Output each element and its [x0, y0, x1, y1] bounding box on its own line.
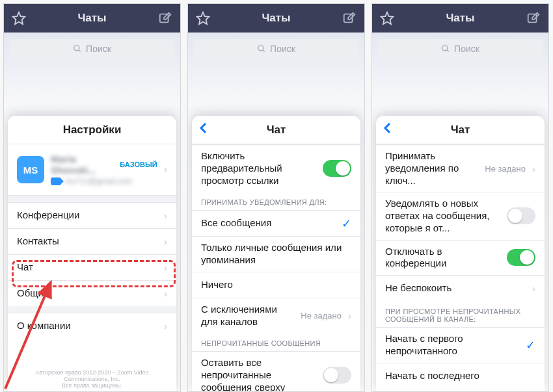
svg-marker-5 [197, 12, 209, 24]
svg-point-7 [258, 46, 263, 51]
chevron-right-icon: › [164, 288, 167, 299]
topbar-title: Чаты [26, 12, 158, 25]
search-placeholder: Поиск [454, 44, 479, 54]
settings-item-chat[interactable]: Чат› [8, 254, 176, 280]
search-input[interactable]: Поиск [9, 39, 175, 59]
star-icon[interactable] [12, 11, 26, 25]
star-icon[interactable] [380, 11, 394, 25]
svg-marker-0 [13, 12, 25, 24]
copyright-text: Авторское право 2012-2020 – Zoom Video C… [8, 369, 176, 389]
search-placeholder: Поиск [270, 44, 295, 54]
chat-settings-header: Чат [192, 116, 360, 144]
search-icon [257, 44, 266, 53]
row-channel-exceptions[interactable]: С исключениями для каналов Не задано › [192, 298, 360, 333]
phone-screen-chat-settings-1: Чаты Поиск Чат Включить предварительный … [187, 3, 365, 392]
row-reply-notifications[interactable]: Уведомлять о новых ответах на сообщения,… [376, 192, 545, 239]
row-keyword-notifications[interactable]: Принимать уведомления по ключ... Не зада… [376, 144, 545, 192]
top-bar: Чаты [4, 4, 180, 33]
search-icon [73, 44, 82, 53]
phone-screen-chat-settings-2: Чаты Поиск Чат Принимать уведомления по … [371, 3, 549, 392]
search-input[interactable]: Поиск [193, 39, 359, 59]
compose-icon[interactable] [158, 11, 172, 25]
settings-item-contacts[interactable]: Контакты› [8, 228, 176, 254]
toggle-link-preview[interactable] [323, 160, 351, 177]
row-dm-mentions[interactable]: Только личные сообщения или упоминания [192, 236, 360, 272]
toggle-mute-conf[interactable] [507, 249, 535, 266]
settings-item-general[interactable]: Общие› [8, 280, 176, 306]
svg-point-2 [74, 46, 79, 51]
profile-row[interactable]: MS Maria Shovski... БАЗОВЫЙ ms711@gmail.… [8, 144, 176, 196]
row-mute-in-meeting[interactable]: Отключать в конференции [376, 240, 545, 276]
phone-screen-settings: Чаты Поиск Настройки MS Maria Shovski...… [3, 3, 181, 392]
video-icon [51, 177, 61, 185]
plan-badge: БАЗОВЫЙ [120, 161, 157, 168]
avatar: MS [17, 156, 44, 183]
svg-marker-9 [381, 12, 393, 24]
chevron-right-icon: › [164, 236, 167, 247]
profile-name: Maria Shovski... [51, 153, 116, 176]
row-nothing[interactable]: Ничего [192, 272, 360, 298]
chat-settings-panel-2: Чат Принимать уведомления по ключ... Не … [376, 116, 545, 392]
settings-item-conferences[interactable]: Конференции› [8, 202, 176, 228]
row-all-messages[interactable]: Все сообщения✓ [192, 210, 360, 236]
top-bar: Чаты [372, 4, 548, 33]
group-header-receive: ПРИНИМАТЬ УВЕДОМЛЕНИЯ ДЛЯ: [192, 192, 360, 210]
svg-line-12 [447, 50, 449, 52]
chevron-right-icon: › [164, 210, 167, 221]
chevron-right-icon: › [164, 320, 167, 332]
search-placeholder: Поиск [86, 44, 111, 54]
svg-line-8 [263, 50, 265, 52]
topbar-title: Чаты [394, 12, 526, 25]
group-header-unread: НЕПРОЧИТАННЫЕ СООБЩЕНИЯ [192, 333, 360, 351]
chevron-right-icon: › [532, 283, 535, 294]
search-icon [441, 44, 450, 53]
row-keep-unread-top[interactable]: Оставить все непрочитанные сообщения све… [192, 351, 360, 392]
toggle-replies[interactable] [507, 207, 535, 224]
compose-icon[interactable] [342, 11, 357, 25]
row-link-preview[interactable]: Включить предварительный просмотр ссылки [192, 144, 360, 192]
check-icon: ✓ [526, 338, 535, 352]
settings-header: Настройки [8, 116, 176, 144]
chevron-right-icon: › [532, 163, 535, 174]
profile-email: ms711@gmail.com [65, 177, 132, 186]
chevron-right-icon: › [348, 310, 351, 321]
row-dnd[interactable]: Не беспокоить › [376, 275, 545, 301]
chat-settings-panel: Чат Включить предварительный просмотр сс… [192, 116, 360, 392]
svg-point-11 [442, 46, 448, 51]
back-button[interactable] [198, 122, 209, 138]
chevron-right-icon: › [164, 262, 167, 273]
star-icon[interactable] [196, 11, 210, 25]
check-icon: ✓ [342, 216, 351, 231]
svg-line-3 [79, 50, 81, 52]
search-input[interactable]: Поиск [377, 39, 543, 59]
row-start-first-unread[interactable]: Начать с первого непрочитанного✓ [376, 327, 545, 363]
group-header-when-notify: КОГДА МЕНЯ УВЕДОМЛЯТЬ: [376, 389, 545, 393]
topbar-title: Чаты [210, 12, 342, 25]
row-start-last[interactable]: Начать с последнего [376, 363, 545, 389]
back-button[interactable] [383, 122, 393, 138]
chevron-right-icon: › [164, 164, 167, 176]
chat-settings-header: Чат [376, 116, 545, 144]
top-bar: Чаты [188, 4, 364, 33]
compose-icon[interactable] [526, 11, 541, 25]
settings-item-about[interactable]: О компании› [8, 313, 176, 339]
toggle-keep-top[interactable] [323, 367, 351, 384]
group-header-unread-channel: ПРИ ПРОСМОТРЕ НЕПРОЧИТАННЫХ СООБЩЕНИЙ В … [376, 301, 545, 327]
settings-panel: Настройки MS Maria Shovski... БАЗОВЫЙ ms… [8, 116, 176, 392]
